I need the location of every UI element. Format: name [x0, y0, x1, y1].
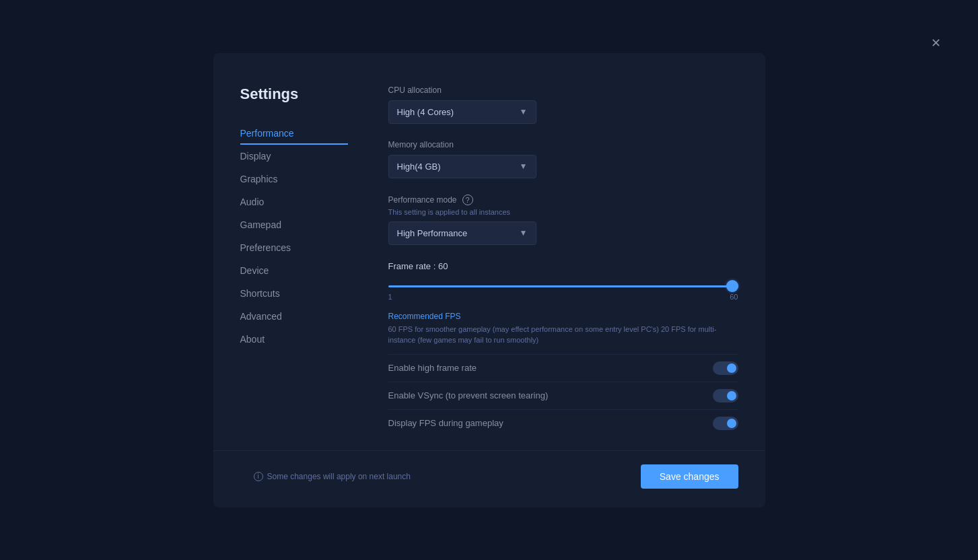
frame-rate-label: Frame rate : 60	[388, 261, 738, 271]
footer: i Some changes will apply on next launch…	[213, 450, 765, 508]
toggle-row-high-frame-rate: Enable high frame rate	[388, 354, 738, 382]
settings-modal: Settings Performance Display Graphics Au…	[213, 53, 765, 508]
sidebar: Settings Performance Display Graphics Au…	[213, 85, 348, 437]
display-fps-label: Display FPS during gameplay	[388, 418, 503, 428]
cpu-allocation-section: CPU allocation High (4 Cores) ▼	[388, 85, 738, 124]
chevron-down-icon: ▼	[520, 228, 528, 238]
sidebar-item-audio[interactable]: Audio	[240, 190, 348, 213]
slider-max-label: 60	[730, 293, 738, 301]
chevron-down-icon: ▼	[520, 162, 528, 171]
recommended-fps-text: 60 FPS for smoother gameplay (may effect…	[388, 324, 738, 346]
help-icon[interactable]: ?	[462, 195, 473, 205]
sidebar-item-about[interactable]: About	[240, 328, 348, 351]
toggle-row-display-fps: Display FPS during gameplay	[388, 409, 738, 437]
modal-overlay: ✕ Settings Performance Display Graphics …	[0, 0, 978, 560]
sidebar-item-gamepad[interactable]: Gamepad	[240, 213, 348, 236]
settings-title: Settings	[240, 85, 348, 103]
memory-allocation-dropdown[interactable]: High(4 GB) ▼	[388, 155, 536, 178]
cpu-allocation-value: High (4 Cores)	[397, 107, 454, 117]
sidebar-item-preferences[interactable]: Preferences	[240, 236, 348, 259]
info-icon: i	[254, 472, 263, 481]
toggle-row-vsync: Enable VSync (to prevent screen tearing)	[388, 382, 738, 409]
sidebar-item-display[interactable]: Display	[240, 145, 348, 168]
memory-allocation-value: High(4 GB)	[397, 162, 441, 172]
performance-mode-dropdown[interactable]: High Performance ▼	[388, 221, 536, 245]
cpu-allocation-dropdown[interactable]: High (4 Cores) ▼	[388, 100, 536, 124]
vsync-label: Enable VSync (to prevent screen tearing)	[388, 390, 549, 400]
performance-mode-value: High Performance	[397, 228, 468, 238]
frame-rate-slider-container	[388, 278, 738, 290]
recommended-fps-title: Recommended FPS	[388, 312, 738, 321]
vsync-toggle[interactable]	[713, 389, 738, 403]
high-frame-rate-toggle[interactable]	[713, 361, 738, 375]
frame-rate-slider[interactable]	[388, 285, 738, 287]
display-fps-toggle[interactable]	[713, 417, 738, 430]
sidebar-item-graphics[interactable]: Graphics	[240, 168, 348, 190]
recommended-fps-section: Recommended FPS 60 FPS for smoother game…	[388, 312, 738, 346]
performance-mode-subtext: This setting is applied to all instances	[388, 208, 738, 216]
chevron-down-icon: ▼	[520, 107, 528, 116]
sidebar-item-shortcuts[interactable]: Shortcuts	[240, 282, 348, 305]
performance-mode-label: Performance mode	[388, 195, 457, 205]
performance-mode-section: Performance mode ? This setting is appli…	[388, 195, 738, 245]
frame-rate-section: Frame rate : 60 1 60	[388, 261, 738, 301]
slider-min-label: 1	[388, 293, 392, 301]
close-button[interactable]: ✕	[931, 37, 941, 49]
main-content: CPU allocation High (4 Cores) ▼ Memory a…	[348, 85, 765, 437]
high-frame-rate-label: Enable high frame rate	[388, 363, 477, 373]
cpu-allocation-label: CPU allocation	[388, 85, 738, 95]
footer-note-text: Some changes will apply on next launch	[267, 472, 411, 481]
sidebar-item-advanced[interactable]: Advanced	[240, 305, 348, 328]
memory-allocation-label: Memory allocation	[388, 140, 738, 149]
memory-allocation-section: Memory allocation High(4 GB) ▼	[388, 140, 738, 178]
sidebar-nav: Performance Display Graphics Audio Gamep…	[240, 122, 348, 351]
toggles-section: Enable high frame rate Enable VSync (to …	[388, 354, 738, 437]
sidebar-item-device[interactable]: Device	[240, 259, 348, 282]
sidebar-item-performance[interactable]: Performance	[240, 122, 348, 145]
save-button[interactable]: Save changes	[641, 464, 738, 489]
